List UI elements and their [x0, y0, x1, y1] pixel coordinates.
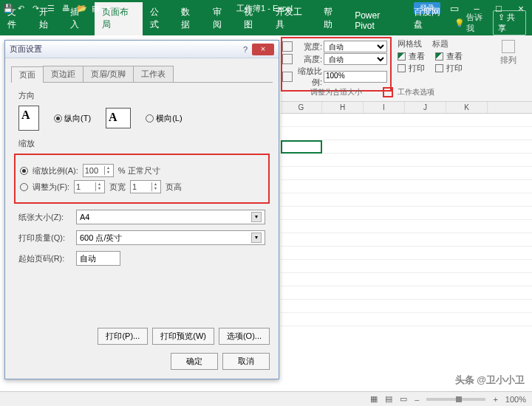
- tab-developer[interactable]: 开发工具: [268, 2, 316, 35]
- dialog-titlebar[interactable]: 页面设置 ? ×: [5, 41, 279, 58]
- share-button[interactable]: ⇪ 共享: [493, 10, 526, 35]
- gridlines-view-checkbox[interactable]: [398, 52, 406, 61]
- sheet-options-group: 网格线标题 查看 查看 打印 打印: [398, 38, 486, 75]
- tab-page[interactable]: 页面: [11, 66, 44, 83]
- fit-to-radio[interactable]: [20, 183, 28, 191]
- dialog-launcher-icon[interactable]: [383, 87, 393, 97]
- height-select[interactable]: 自动: [324, 53, 387, 65]
- ribbon-tabs: 文件 开始 插入 页面布局 公式 数据 审阅 视图 开发工具 帮助 Power …: [0, 16, 532, 35]
- col-header[interactable]: H: [322, 102, 364, 113]
- print-quality-select[interactable]: 600 点/英寸▾: [76, 230, 265, 245]
- zoom-slider[interactable]: [426, 398, 485, 401]
- preview-button[interactable]: 打印预览(W): [152, 328, 214, 345]
- bulb-icon: 💡: [454, 18, 465, 28]
- cancel-button[interactable]: 取消: [222, 353, 270, 370]
- gridlines-print-checkbox[interactable]: [398, 64, 406, 72]
- col-header[interactable]: I: [364, 102, 405, 113]
- tab-data[interactable]: 数据: [174, 2, 205, 35]
- fit-width-input[interactable]: 1▴▾: [74, 180, 105, 193]
- portrait-radio[interactable]: [54, 114, 62, 123]
- scale-radio[interactable]: [20, 167, 28, 175]
- col-header[interactable]: K: [446, 102, 488, 113]
- tab-sheet[interactable]: 工作表: [133, 66, 174, 82]
- height-icon: [282, 54, 293, 64]
- more-icon[interactable]: ▾: [106, 4, 115, 13]
- zoom-title: 缩放: [18, 138, 265, 149]
- open-icon[interactable]: 📂: [77, 4, 86, 13]
- tab-view[interactable]: 视图: [236, 2, 268, 35]
- tab-baidu[interactable]: 百度网盘: [406, 2, 454, 35]
- scale-to-fit-group: 宽度:自动 高度:自动 缩放比例:100%: [281, 37, 392, 92]
- tab-help[interactable]: 帮助: [316, 2, 348, 35]
- watermark: 头条 @卫小小卫: [455, 374, 525, 387]
- arrange-icon: [502, 40, 515, 53]
- cell-area[interactable]: [281, 114, 532, 335]
- tab-margins[interactable]: 页边距: [43, 66, 83, 82]
- dialog-title: 页面设置: [10, 44, 239, 55]
- print-icon[interactable]: 🖶: [62, 4, 71, 13]
- scale-icon: [282, 72, 293, 82]
- new-icon[interactable]: ▤: [92, 4, 100, 13]
- print-button[interactable]: 打印(P)...: [98, 328, 148, 345]
- sheet-options-group-name: 工作表选项: [398, 87, 434, 97]
- width-label: 宽度:: [294, 41, 322, 52]
- action-buttons: 打印(P)... 打印预览(W) 选项(O)...: [14, 328, 270, 345]
- landscape-radio[interactable]: [146, 114, 154, 123]
- tab-formulas[interactable]: 公式: [143, 2, 174, 35]
- view-break-icon[interactable]: ▭: [400, 394, 407, 404]
- col-header[interactable]: G: [281, 102, 322, 113]
- redo-icon[interactable]: ↷: [33, 4, 41, 13]
- zoom-out-icon[interactable]: –: [415, 395, 419, 404]
- landscape-icon: A: [106, 108, 131, 128]
- tell-me[interactable]: 💡告诉我: [454, 12, 488, 34]
- scale-input[interactable]: 100▴▾: [83, 164, 114, 177]
- ribbon-panel: 宽度:自动 高度:自动 缩放比例:100% 调整为合适大小 网格线标题 查看 查…: [281, 35, 532, 102]
- undo-icon[interactable]: ↶: [18, 4, 27, 13]
- scale-spinner[interactable]: 100%: [324, 71, 387, 83]
- zoom-value[interactable]: 100%: [505, 395, 526, 404]
- orientation-title: 方向: [18, 90, 265, 101]
- dialog-tabs: 页面 页边距 页眉/页脚 工作表: [11, 66, 273, 83]
- height-label: 高度:: [294, 54, 322, 65]
- status-bar: ▦ ▤ ▭ – + 100%: [0, 391, 532, 406]
- view-layout-icon[interactable]: ▤: [385, 394, 392, 404]
- headings-header: 标题: [432, 38, 449, 49]
- first-page-field: 起始页码(R):: [18, 251, 265, 266]
- tab-header-footer[interactable]: 页眉/页脚: [83, 66, 134, 82]
- touch-icon[interactable]: ☰: [47, 4, 56, 13]
- print-quality-field: 打印质量(Q): 600 点/英寸▾: [18, 230, 265, 245]
- scale-label: 缩放比例:: [294, 66, 322, 88]
- ok-button[interactable]: 确定: [171, 353, 218, 370]
- headings-print-checkbox[interactable]: [435, 64, 443, 72]
- tab-powerpivot[interactable]: Power Pivot: [347, 7, 406, 35]
- active-cell[interactable]: [281, 140, 322, 154]
- orientation-section: 方向 A 纵向(T) A 横向(L): [18, 90, 265, 131]
- dialog-buttons: 确定 取消: [14, 353, 270, 370]
- tab-page-layout[interactable]: 页面布局: [95, 2, 143, 35]
- chevron-down-icon: ▾: [251, 212, 262, 222]
- headings-view-checkbox[interactable]: [435, 52, 443, 61]
- width-icon: [282, 41, 293, 52]
- column-headers: G H I J K: [281, 102, 532, 114]
- portrait-icon: A: [18, 106, 39, 131]
- scale-label: 缩放比例(A):: [33, 165, 78, 176]
- paper-size-select[interactable]: A4▾: [76, 210, 265, 224]
- arrange-group[interactable]: 排列: [494, 40, 523, 66]
- zoom-section: 缩放比例(A): 100▴▾ % 正常尺寸 调整为(F): 1▴▾ 页宽 1▴▾…: [14, 154, 270, 204]
- options-button[interactable]: 选项(O)...: [219, 328, 270, 345]
- tab-review[interactable]: 审阅: [205, 2, 237, 35]
- page-setup-dialog: 页面设置 ? × 页面 页边距 页眉/页脚 工作表 方向 A 纵向(T) A 横…: [4, 40, 279, 379]
- chevron-down-icon: ▾: [251, 233, 262, 243]
- gridlines-header: 网格线: [398, 38, 422, 49]
- view-normal-icon[interactable]: ▦: [370, 394, 378, 404]
- help-icon[interactable]: ?: [239, 45, 252, 54]
- width-select[interactable]: 自动: [324, 41, 387, 52]
- save-icon[interactable]: 💾: [3, 4, 12, 13]
- close-icon[interactable]: ×: [252, 44, 274, 55]
- zoom-in-icon[interactable]: +: [493, 395, 497, 404]
- paper-size-field: 纸张大小(Z): A4▾: [18, 210, 265, 224]
- worksheet-grid[interactable]: G H I J K: [281, 102, 532, 384]
- col-header[interactable]: J: [405, 102, 446, 113]
- fit-height-input[interactable]: 1▴▾: [130, 180, 161, 193]
- first-page-input[interactable]: [76, 251, 120, 266]
